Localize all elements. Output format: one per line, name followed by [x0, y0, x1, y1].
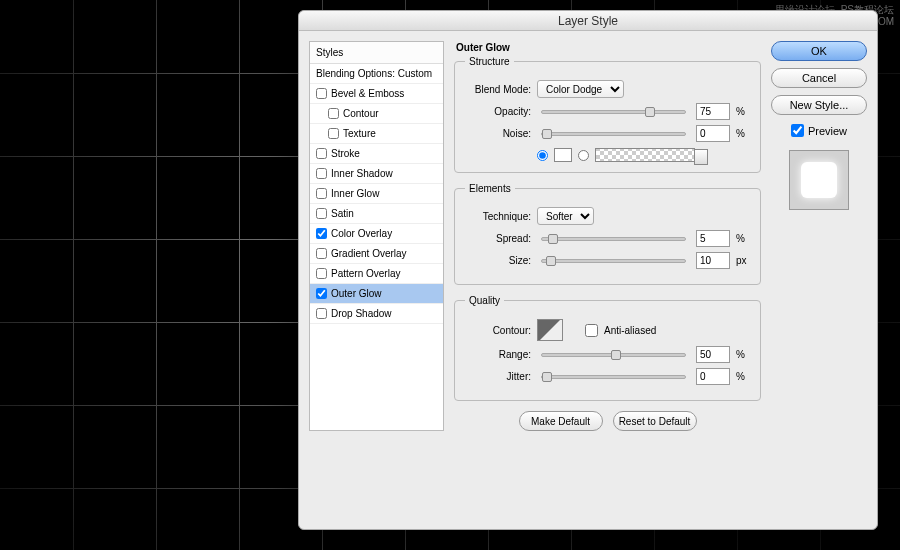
- spread-label: Spread:: [465, 233, 531, 244]
- noise-slider[interactable]: [541, 132, 686, 136]
- style-contour[interactable]: Contour: [310, 104, 443, 124]
- style-pattern-overlay[interactable]: Pattern Overlay: [310, 264, 443, 284]
- effect-settings: Outer Glow Structure Blend Mode: Color D…: [454, 41, 761, 431]
- blend-mode-label: Blend Mode:: [465, 84, 531, 95]
- cancel-button[interactable]: Cancel: [771, 68, 867, 88]
- style-inner-shadow[interactable]: Inner Shadow: [310, 164, 443, 184]
- make-default-button[interactable]: Make Default: [519, 411, 603, 431]
- dialog-actions: OK Cancel New Style... Preview: [771, 41, 867, 431]
- checkbox[interactable]: [316, 228, 327, 239]
- style-stroke[interactable]: Stroke: [310, 144, 443, 164]
- technique-label: Technique:: [465, 211, 531, 222]
- style-outer-glow[interactable]: Outer Glow: [310, 284, 443, 304]
- range-input[interactable]: [696, 346, 730, 363]
- style-color-overlay[interactable]: Color Overlay: [310, 224, 443, 244]
- antialiased-label: Anti-aliased: [604, 325, 656, 336]
- jitter-slider[interactable]: [541, 375, 686, 379]
- contour-label: Contour:: [465, 325, 531, 336]
- antialiased-checkbox[interactable]: [585, 324, 598, 337]
- range-slider[interactable]: [541, 353, 686, 357]
- preview-swatch: [789, 150, 849, 210]
- glow-gradient-radio[interactable]: [578, 150, 589, 161]
- style-texture[interactable]: Texture: [310, 124, 443, 144]
- size-input[interactable]: [696, 252, 730, 269]
- opacity-slider[interactable]: [541, 110, 686, 114]
- styles-list: Styles Blending Options: Custom Bevel & …: [309, 41, 444, 431]
- checkbox[interactable]: [316, 188, 327, 199]
- checkbox[interactable]: [316, 248, 327, 259]
- styles-header[interactable]: Styles: [310, 42, 443, 64]
- elements-group: Elements Technique: Softer Spread: % Siz…: [454, 183, 761, 285]
- preview-checkbox[interactable]: [791, 124, 804, 137]
- opacity-label: Opacity:: [465, 106, 531, 117]
- checkbox[interactable]: [316, 168, 327, 179]
- spread-slider[interactable]: [541, 237, 686, 241]
- structure-group: Structure Blend Mode: Color Dodge Opacit…: [454, 56, 761, 173]
- noise-input[interactable]: [696, 125, 730, 142]
- layer-style-dialog: Layer Style Styles Blending Options: Cus…: [298, 10, 878, 530]
- spread-input[interactable]: [696, 230, 730, 247]
- checkbox[interactable]: [316, 88, 327, 99]
- size-slider[interactable]: [541, 259, 686, 263]
- effect-title: Outer Glow: [454, 41, 761, 56]
- blend-mode-select[interactable]: Color Dodge: [537, 80, 624, 98]
- checkbox[interactable]: [316, 148, 327, 159]
- checkbox[interactable]: [328, 108, 339, 119]
- checkbox[interactable]: [316, 288, 327, 299]
- glow-color-radio[interactable]: [537, 150, 548, 161]
- checkbox[interactable]: [316, 268, 327, 279]
- opacity-input[interactable]: [696, 103, 730, 120]
- preview-toggle[interactable]: Preview: [771, 124, 867, 137]
- style-drop-shadow[interactable]: Drop Shadow: [310, 304, 443, 324]
- noise-label: Noise:: [465, 128, 531, 139]
- reset-default-button[interactable]: Reset to Default: [613, 411, 697, 431]
- gradient-swatch[interactable]: [595, 148, 695, 162]
- checkbox[interactable]: [328, 128, 339, 139]
- technique-select[interactable]: Softer: [537, 207, 594, 225]
- style-gradient-overlay[interactable]: Gradient Overlay: [310, 244, 443, 264]
- contour-picker[interactable]: [537, 319, 563, 341]
- color-swatch[interactable]: [554, 148, 572, 162]
- style-satin[interactable]: Satin: [310, 204, 443, 224]
- range-label: Range:: [465, 349, 531, 360]
- dialog-title: Layer Style: [299, 11, 877, 31]
- quality-group: Quality Contour: Anti-aliased Range: % J…: [454, 295, 761, 401]
- blending-options[interactable]: Blending Options: Custom: [310, 64, 443, 84]
- jitter-input[interactable]: [696, 368, 730, 385]
- ok-button[interactable]: OK: [771, 41, 867, 61]
- size-label: Size:: [465, 255, 531, 266]
- checkbox[interactable]: [316, 208, 327, 219]
- jitter-label: Jitter:: [465, 371, 531, 382]
- checkbox[interactable]: [316, 308, 327, 319]
- style-bevel-emboss[interactable]: Bevel & Emboss: [310, 84, 443, 104]
- style-inner-glow[interactable]: Inner Glow: [310, 184, 443, 204]
- new-style-button[interactable]: New Style...: [771, 95, 867, 115]
